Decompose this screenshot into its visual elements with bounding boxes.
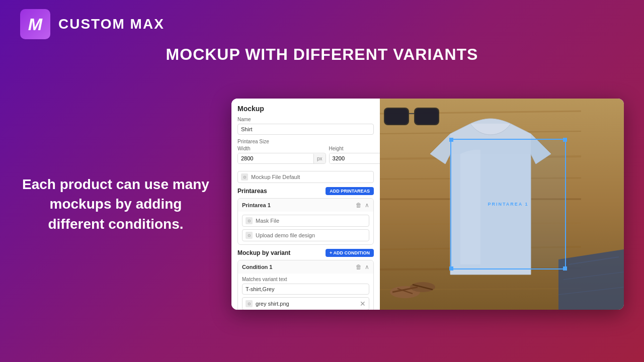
sandals-svg bbox=[387, 264, 438, 305]
width-input[interactable] bbox=[238, 153, 313, 163]
name-input[interactable] bbox=[237, 124, 374, 135]
sunglasses-svg bbox=[384, 103, 439, 130]
jeans-svg bbox=[558, 249, 624, 310]
width-field-group: Width px bbox=[237, 146, 326, 164]
printarea-1-header: Printarea 1 🗑 ∧ bbox=[238, 199, 373, 212]
condition-1-title: Condition 1 bbox=[242, 264, 273, 270]
mask-file-label: Mask File bbox=[256, 218, 279, 224]
name-field-group: Name bbox=[237, 117, 374, 135]
panel-title: Mockup bbox=[237, 105, 374, 113]
matches-variant-input[interactable] bbox=[242, 284, 369, 295]
mockup-file-value: grey shirt.png bbox=[256, 301, 289, 307]
printarea-label: PRINTAREA 1 bbox=[488, 202, 528, 207]
condition-file-icon: ⊙ bbox=[246, 300, 253, 307]
description-text: Each product can use many mockups by add… bbox=[20, 174, 211, 234]
logo-box: M bbox=[20, 9, 50, 39]
file-icon: ⊙ bbox=[241, 173, 248, 180]
upload-demo-label: Upload demo file design bbox=[256, 232, 315, 238]
form-panel: Mockup Name Printarea Size Width px bbox=[231, 99, 380, 310]
shirt-background: PRINTAREA 1 bbox=[380, 99, 624, 310]
printarea-1-body: ⊙ Mask File ⊙ Upload demo file design bbox=[238, 212, 373, 244]
right-panel: Mockup Name Printarea Size Width px bbox=[231, 99, 624, 310]
add-condition-button[interactable]: + ADD CONDITION bbox=[326, 249, 374, 257]
variant-section-title: Mockup by variant bbox=[237, 249, 290, 256]
upload-icon: ⊙ bbox=[246, 232, 253, 239]
corner-tl bbox=[449, 138, 453, 142]
brand-name: CUSTOM MAX bbox=[58, 16, 165, 32]
printarea-1-title: Printarea 1 bbox=[242, 202, 271, 208]
width-input-unit: px bbox=[237, 153, 326, 164]
main-content: Each product can use many mockups by add… bbox=[0, 48, 644, 360]
height-label: Height bbox=[329, 146, 380, 151]
height-input-unit: px bbox=[329, 153, 380, 164]
mockup-file-group: ⊙ Mockup File Default bbox=[237, 171, 374, 183]
printarea-1-item: Printarea 1 🗑 ∧ ⊙ Mask File ⊙ bbox=[237, 198, 374, 245]
file-remove-icon[interactable]: ✕ bbox=[360, 300, 366, 308]
matches-variant-label: Matches variant text bbox=[242, 277, 369, 282]
corner-br bbox=[563, 266, 567, 270]
left-description: Each product can use many mockups by add… bbox=[20, 174, 211, 234]
condition-1-chevron-icon[interactable]: ∧ bbox=[365, 263, 369, 270]
width-label: Width bbox=[237, 146, 326, 151]
mask-file-icon: ⊙ bbox=[246, 217, 253, 224]
corner-tr bbox=[563, 138, 567, 142]
name-label: Name bbox=[237, 117, 374, 122]
trash-icon[interactable]: 🗑 bbox=[356, 202, 362, 209]
condition-1-item: Condition 1 🗑 ∧ Matches variant text ⊙ g… bbox=[237, 260, 374, 310]
condition-1-body: Matches variant text ⊙ grey shirt.png ✕ bbox=[238, 274, 373, 310]
mask-file-field[interactable]: ⊙ Mask File bbox=[242, 215, 369, 227]
condition-1-header: Condition 1 🗑 ∧ bbox=[238, 260, 373, 274]
size-inputs: Width px Height px bbox=[237, 146, 374, 168]
page-wrapper: M CUSTOM MAX MOCKUP WITH DIFFERENT VARIA… bbox=[0, 0, 644, 362]
height-input[interactable] bbox=[330, 153, 380, 163]
condition-1-actions: 🗑 ∧ bbox=[356, 263, 369, 270]
width-unit: px bbox=[313, 154, 326, 163]
upload-demo-field[interactable]: ⊙ Upload demo file design bbox=[242, 229, 369, 241]
variant-section-header: Mockup by variant + ADD CONDITION bbox=[237, 249, 374, 257]
chevron-up-icon[interactable]: ∧ bbox=[365, 202, 369, 209]
add-printareas-button[interactable]: ADD PRINTAREAS bbox=[326, 187, 374, 195]
svg-rect-14 bbox=[385, 109, 408, 124]
condition-1-trash-icon[interactable]: 🗑 bbox=[356, 263, 362, 270]
mockup-file-default[interactable]: ⊙ Mockup File Default bbox=[237, 171, 374, 183]
svg-rect-15 bbox=[415, 109, 438, 124]
printarea-overlay: PRINTAREA 1 bbox=[450, 139, 566, 269]
printareas-title: Printareas bbox=[237, 188, 267, 195]
logo-letter: M bbox=[28, 16, 42, 33]
height-field-group: Height px bbox=[329, 146, 380, 164]
page-title: MOCKUP WITH DIFFERENT VARIANTS bbox=[0, 45, 644, 64]
image-panel: PRINTAREA 1 bbox=[380, 99, 624, 310]
printarea-1-actions: 🗑 ∧ bbox=[356, 202, 369, 209]
header: M CUSTOM MAX bbox=[0, 0, 644, 48]
printarea-size-label: Printarea Size bbox=[237, 139, 374, 144]
mockup-file-condition-field[interactable]: ⊙ grey shirt.png ✕ bbox=[242, 297, 369, 310]
printareas-section-header: Printareas ADD PRINTAREAS bbox=[237, 187, 374, 195]
mockup-file-label: Mockup File Default bbox=[251, 174, 300, 180]
corner-bl bbox=[449, 266, 453, 270]
